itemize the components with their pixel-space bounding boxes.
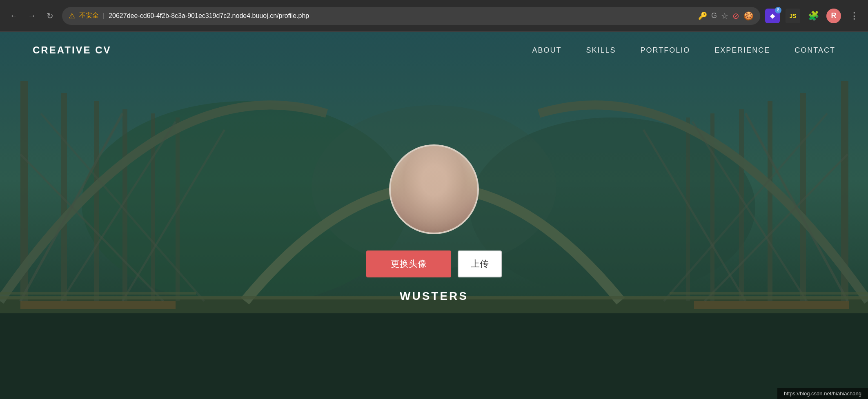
bookmark-icon: ☆	[721, 11, 728, 21]
key-icon: 🔑	[698, 11, 707, 20]
change-avatar-button[interactable]: 更换头像	[366, 250, 451, 277]
reload-button[interactable]: ↻	[42, 9, 57, 23]
separator: |	[103, 12, 105, 20]
browser-chrome: ← → ↻ ⚠ 不安全 | 20627dee-cd60-4f2b-8c3a-90…	[0, 0, 868, 32]
site-content: CREATIVE CV ABOUT SKILLS PORTFOLIO EXPER…	[0, 32, 868, 399]
url-text: 20627dee-cd60-4f2b-8c3a-901ec319d7c2.nod…	[109, 12, 694, 20]
forward-button[interactable]: →	[24, 9, 39, 23]
puzzle-piece-icon[interactable]: 🧩	[806, 9, 821, 23]
status-bar: https://blog.csdn.net/hiahiachang	[777, 388, 868, 399]
menu-icon[interactable]: ⋮	[847, 9, 861, 23]
profile-section: 更换头像 上传 WUSTERS	[0, 32, 868, 399]
upload-button[interactable]: 上传	[458, 250, 502, 277]
puzzle-icon: ◆	[770, 12, 775, 20]
action-buttons: 更换头像 上传	[366, 250, 502, 277]
extension-badge-count: 8	[775, 7, 781, 13]
block-icon: ⊘	[732, 11, 739, 21]
cookie-icon: 🍪	[743, 11, 754, 21]
warning-label: 不安全	[79, 11, 99, 20]
profile-username: WUSTERS	[400, 290, 468, 303]
profile-avatar	[389, 144, 479, 234]
avatar-image	[391, 146, 477, 233]
browser-nav-buttons: ← → ↻	[7, 9, 57, 23]
face-blur-overlay	[391, 146, 477, 233]
js-extension-icon[interactable]: JS	[786, 9, 800, 23]
browser-icons: ◆ 8 JS 🧩 R ⋮	[765, 9, 861, 23]
address-bar[interactable]: ⚠ 不安全 | 20627dee-cd60-4f2b-8c3a-901ec319…	[62, 7, 760, 25]
translate-icon: G	[711, 11, 717, 20]
extension-badge[interactable]: ◆ 8	[765, 9, 780, 23]
back-button[interactable]: ←	[7, 9, 21, 23]
user-avatar[interactable]: R	[826, 9, 841, 23]
security-warning-icon: ⚠	[69, 11, 75, 20]
